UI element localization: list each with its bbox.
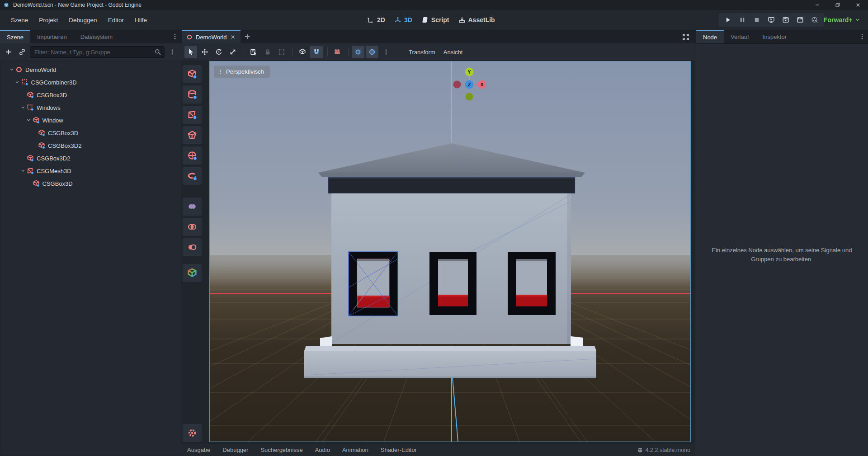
pause-button[interactable] <box>737 14 748 25</box>
distraction-free-button[interactable] <box>680 31 692 43</box>
view-perspective-menu[interactable]: Perspektivisch <box>214 66 270 78</box>
3d-mode-icon <box>394 16 401 24</box>
add-node-button[interactable] <box>3 46 14 58</box>
csg-box-icon <box>27 91 34 99</box>
tab-scene[interactable]: Szene <box>0 30 30 43</box>
renderer-selector[interactable]: Forward+ <box>824 10 861 30</box>
minimize-button[interactable] <box>807 0 827 10</box>
csg-settings-button[interactable] <box>183 424 202 442</box>
tab-history[interactable]: Verlauf <box>724 30 755 43</box>
svg-text:Z: Z <box>468 82 471 87</box>
node3d-icon <box>186 34 193 40</box>
mode-assetlib-label: AssetLib <box>468 16 495 24</box>
tab-node[interactable]: Node <box>696 30 724 43</box>
transform-menu[interactable]: Transform <box>405 47 439 57</box>
version-info: 4.2.2.stable.mono <box>637 447 690 453</box>
menu-editor[interactable]: Editor <box>103 15 129 25</box>
tree-menu-button[interactable] <box>166 46 178 58</box>
rotate-mode-button[interactable] <box>212 46 225 58</box>
scale-mode-button[interactable] <box>226 46 239 58</box>
group-icon <box>278 48 285 56</box>
tab-filesystem[interactable]: Dateisystem <box>74 30 120 43</box>
menu-help[interactable]: Hilfe <box>129 15 152 25</box>
sun-icon <box>354 48 362 56</box>
cube-icon <box>299 48 306 56</box>
expand-icon <box>682 33 689 41</box>
bottom-tab-output[interactable]: Ausgabe <box>187 447 210 453</box>
csg-box-tool-button[interactable] <box>183 65 202 83</box>
gear-icon <box>187 428 197 438</box>
chevron-down-icon[interactable] <box>20 168 26 174</box>
filter-nodes-input[interactable] <box>30 46 165 58</box>
preview-sun-button[interactable] <box>352 46 364 58</box>
operation-intersection-button[interactable] <box>183 218 202 236</box>
csg-primitive-tool-button[interactable] <box>183 126 202 144</box>
sun-environment-menu-button[interactable] <box>380 46 392 58</box>
csg-tool-palette <box>183 65 203 284</box>
axis-gizmo[interactable]: Y X Z <box>451 67 488 102</box>
right-dock: Ein einzelnes Node auswählen, um seine S… <box>695 30 868 456</box>
stop-button[interactable] <box>751 14 762 25</box>
close-button[interactable] <box>848 0 868 10</box>
dock-menu-button[interactable] <box>172 30 181 43</box>
view-menu[interactable]: Ansicht <box>439 47 467 57</box>
bottom-tab-search-results[interactable]: Suchergebnisse <box>260 447 302 453</box>
operation-union-button[interactable] <box>183 197 202 216</box>
chevron-down-icon[interactable] <box>26 118 31 123</box>
mode-script-button[interactable]: Script <box>421 16 449 24</box>
tab-inspector[interactable]: Inspektor <box>756 30 793 43</box>
menu-scene[interactable]: Szene <box>5 15 33 25</box>
bottom-tab-debugger[interactable]: Debugger <box>222 447 248 453</box>
csg-torus-tool-button[interactable] <box>183 167 202 185</box>
editor-mode-switcher: 2D 3D Script AssetLib <box>367 10 495 30</box>
csg-mesh-tool-button[interactable] <box>183 106 202 124</box>
menu-debug[interactable]: Debuggen <box>63 15 102 25</box>
csg-cylinder-tool-button[interactable] <box>183 85 202 103</box>
menu-project[interactable]: Projekt <box>33 15 63 25</box>
play-custom-scene-button[interactable] <box>795 14 806 25</box>
restore-button[interactable] <box>827 0 848 10</box>
globe-icon <box>368 48 376 56</box>
snap-toggle-button[interactable] <box>310 46 323 58</box>
close-tab-icon[interactable] <box>230 34 236 40</box>
new-scene-tab-button[interactable] <box>241 30 254 43</box>
3d-viewport[interactable]: Perspektivisch Y X Z <box>209 61 691 442</box>
move-mode-button[interactable] <box>198 46 211 58</box>
local-space-button[interactable] <box>296 46 309 58</box>
scene-tab-demoworld[interactable]: DemoWorld <box>182 30 241 43</box>
play-button[interactable] <box>722 14 733 25</box>
chevron-down-icon[interactable] <box>14 80 20 85</box>
movie-reel-icon <box>811 16 818 24</box>
csg-box-icon <box>38 129 45 136</box>
mode-2d-button[interactable]: 2D <box>367 16 385 24</box>
preview-environment-button[interactable] <box>366 46 378 58</box>
play-scene-button[interactable] <box>766 14 777 25</box>
node3d-icon <box>15 66 23 73</box>
tree-node-label: CSGCombiner3D <box>31 79 77 86</box>
csg-sphere-tool-button[interactable] <box>183 146 202 165</box>
play-movie-button[interactable] <box>780 14 791 25</box>
lock-selected-button[interactable] <box>261 46 274 58</box>
run-toolbar <box>719 13 824 27</box>
camera-preview-button[interactable] <box>331 46 344 58</box>
chevron-down-icon[interactable] <box>20 105 26 110</box>
chevron-down-icon[interactable] <box>9 67 14 72</box>
operation-subtraction-button[interactable] <box>183 238 202 256</box>
gridmap-tool-button[interactable] <box>183 264 202 282</box>
dock-menu-button[interactable] <box>859 30 868 43</box>
3d-scene[interactable] <box>210 61 690 442</box>
instance-scene-button[interactable] <box>16 46 28 58</box>
bottom-tab-shader-editor[interactable]: Shader-Editor <box>381 447 417 453</box>
select-mode-button[interactable] <box>184 46 197 58</box>
mode-assetlib-button[interactable]: AssetLib <box>458 16 495 24</box>
svg-text:X: X <box>480 82 484 87</box>
group-selected-button[interactable] <box>275 46 288 58</box>
tab-import[interactable]: Importieren <box>30 30 74 43</box>
movie-maker-button[interactable] <box>809 14 820 25</box>
bottom-tab-audio[interactable]: Audio <box>315 447 330 453</box>
mode-3d-button[interactable]: 3D <box>394 16 412 24</box>
bottom-tab-animation[interactable]: Animation <box>342 447 368 453</box>
csg-sphere-icon <box>187 150 197 160</box>
window-title: DemoWorld.tscn - New Game Project - Godo… <box>13 2 142 8</box>
list-select-button[interactable] <box>247 46 260 58</box>
